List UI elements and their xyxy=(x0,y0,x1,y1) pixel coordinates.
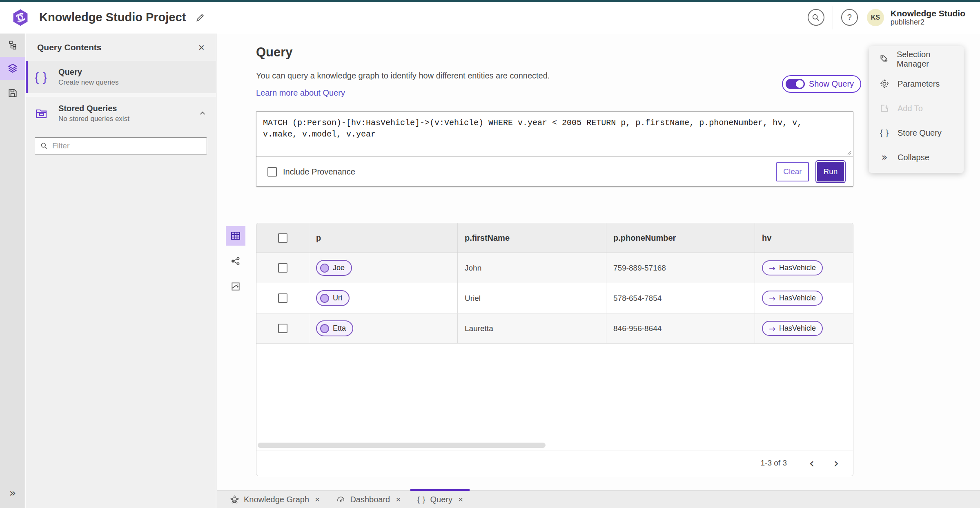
braces-icon: { } xyxy=(879,128,890,138)
close-tab-icon[interactable]: × xyxy=(458,495,463,504)
add-to-icon xyxy=(879,103,890,114)
map-view-button[interactable] xyxy=(226,277,245,296)
next-page-button[interactable]: › xyxy=(829,457,843,470)
node-badge[interactable]: Etta xyxy=(316,320,353,336)
tab-knowledge-graph[interactable]: Knowledge Graph × xyxy=(222,491,328,508)
map-icon xyxy=(230,281,241,292)
row-checkbox[interactable] xyxy=(278,263,287,273)
add-to-button: Add To xyxy=(869,96,964,121)
cell-firstname: Uriel xyxy=(457,283,606,313)
parameters-button[interactable]: Parameters xyxy=(869,72,964,96)
search-button[interactable] xyxy=(808,9,824,26)
knowledge-graph-icon xyxy=(230,495,239,504)
hierarchy-view-button[interactable] xyxy=(0,34,25,57)
table-header-row: p p.firstName p.phoneNumber hv xyxy=(256,223,853,253)
search-icon xyxy=(40,142,48,150)
query-item-label: Query xyxy=(58,67,118,77)
user-name: Knowledge Studio xyxy=(891,9,965,18)
relationship-badge[interactable]: → HasVehicle xyxy=(762,291,823,306)
sidebar-item-stored-queries[interactable]: Stored Queries No stored queries exist xyxy=(26,97,216,129)
panel-header: Query Contents × xyxy=(26,34,216,61)
toggle-switch[interactable] xyxy=(786,79,805,89)
selection-manager-icon xyxy=(879,54,889,65)
node-dot-icon xyxy=(320,294,329,303)
query-description: You can query a knowledge graph to ident… xyxy=(256,71,550,81)
chevrons-right-icon: » xyxy=(879,152,890,163)
cell-phonenumber: 846-956-8644 xyxy=(606,313,755,343)
chevron-up-icon xyxy=(198,109,207,118)
cell-firstname: John xyxy=(457,253,606,283)
table-view-button[interactable] xyxy=(226,226,245,246)
expand-rail-button[interactable]: » xyxy=(0,481,25,504)
section-gap xyxy=(26,93,216,97)
node-dot-icon xyxy=(320,324,329,333)
query-textarea[interactable]: MATCH (p:Person)-[hv:HasVehicle]->(v:Veh… xyxy=(256,112,853,157)
sidebar-item-query[interactable]: { } Query Create new queries xyxy=(26,61,216,93)
braces-icon: { } xyxy=(35,70,58,84)
filter-field xyxy=(35,137,207,154)
close-tab-icon[interactable]: × xyxy=(315,495,320,504)
avatar[interactable]: KS xyxy=(867,9,884,26)
resize-grip-icon[interactable] xyxy=(846,149,851,155)
relationship-badge[interactable]: → HasVehicle xyxy=(762,321,823,336)
hierarchy-icon xyxy=(7,40,18,51)
collapse-section-button[interactable] xyxy=(198,109,207,118)
arrow-right-icon: → xyxy=(769,294,775,303)
learn-more-link[interactable]: Learn more about Query xyxy=(256,88,345,98)
stored-queries-folder-icon xyxy=(35,107,58,120)
clear-button[interactable]: Clear xyxy=(776,162,809,181)
previous-page-button[interactable]: ‹ xyxy=(805,457,819,470)
close-tab-icon[interactable]: × xyxy=(396,495,401,504)
tab-dashboard[interactable]: Dashboard × xyxy=(328,491,409,508)
column-header-hv: hv xyxy=(755,223,853,253)
cell-phonenumber: 759-889-57168 xyxy=(606,253,755,283)
chevron-left-icon: ‹ xyxy=(809,455,815,471)
layers-view-button[interactable] xyxy=(0,57,25,80)
node-badge[interactable]: Uri xyxy=(316,290,350,306)
edit-title-button[interactable] xyxy=(195,12,205,23)
query-editor-box: MATCH (p:Person)-[hv:HasVehicle]->(v:Veh… xyxy=(256,111,853,187)
query-item-sublabel: Create new queries xyxy=(58,78,118,87)
collapse-panel-button[interactable]: » Collapse xyxy=(869,145,964,170)
selection-manager-button[interactable]: Selection Manager xyxy=(869,47,964,72)
relationship-badge[interactable]: → HasVehicle xyxy=(762,260,823,275)
graph-view-button[interactable] xyxy=(226,251,245,271)
main-content: Query You can query a knowledge graph to… xyxy=(217,34,980,508)
question-icon: ? xyxy=(847,13,852,22)
cell-firstname: Lauretta xyxy=(457,313,606,343)
stored-queries-sublabel: No stored queries exist xyxy=(58,115,129,123)
tab-query[interactable]: { } Query × xyxy=(409,491,471,508)
braces-icon: { } xyxy=(417,495,425,504)
pencil-icon xyxy=(195,12,205,23)
table-footer: 1-3 of 3 ‹ › xyxy=(256,450,853,476)
arrow-right-icon: → xyxy=(769,264,775,273)
pagination-label: 1-3 of 3 xyxy=(761,459,787,468)
show-query-label: Show Query xyxy=(809,79,854,89)
search-icon xyxy=(811,13,820,22)
filter-input[interactable] xyxy=(52,141,202,150)
arrow-right-icon: → xyxy=(769,324,775,333)
query-editor-footer: Include Provenance Clear Run xyxy=(256,157,853,186)
help-button[interactable]: ? xyxy=(841,9,858,26)
close-icon: × xyxy=(198,41,205,54)
column-header-p: p xyxy=(309,223,457,253)
left-icon-rail: » xyxy=(0,34,25,508)
node-badge[interactable]: Joe xyxy=(316,260,352,276)
store-query-button[interactable]: { } Store Query xyxy=(869,121,964,145)
include-provenance-checkbox[interactable] xyxy=(267,167,277,177)
horizontal-scrollbar[interactable] xyxy=(258,443,546,448)
table-row: Etta Lauretta 846-956-8644 → HasVehicle xyxy=(256,313,853,344)
table-icon xyxy=(230,230,241,242)
select-all-checkbox[interactable] xyxy=(278,233,287,243)
bottom-tab-bar: Knowledge Graph × Dashboard × { } Query … xyxy=(217,490,980,508)
save-button[interactable] xyxy=(0,82,25,105)
query-contents-panel: Query Contents × { } Query Create new qu… xyxy=(26,34,216,508)
run-button[interactable]: Run xyxy=(817,162,844,181)
show-query-toggle[interactable]: Show Query xyxy=(782,75,861,93)
dashboard-gauge-icon xyxy=(336,495,345,504)
panel-title: Query Contents xyxy=(37,43,102,52)
row-checkbox[interactable] xyxy=(278,293,287,303)
close-panel-button[interactable]: × xyxy=(198,42,205,53)
header-divider xyxy=(833,6,833,29)
row-checkbox[interactable] xyxy=(278,324,287,333)
